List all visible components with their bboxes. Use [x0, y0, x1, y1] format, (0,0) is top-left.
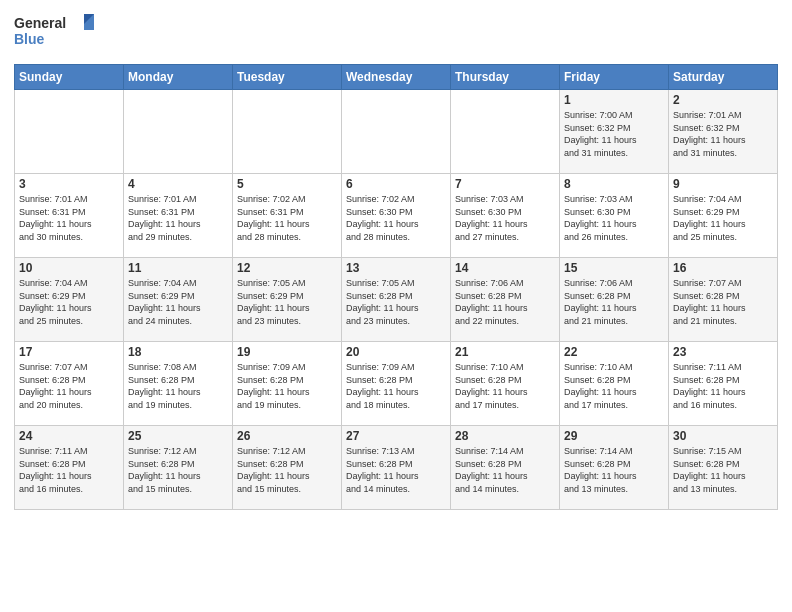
svg-text:General: General [14, 15, 66, 31]
day-info: Sunrise: 7:12 AM Sunset: 6:28 PM Dayligh… [128, 445, 228, 495]
day-number: 30 [673, 429, 773, 443]
day-number: 14 [455, 261, 555, 275]
day-number: 5 [237, 177, 337, 191]
day-cell: 7Sunrise: 7:03 AM Sunset: 6:30 PM Daylig… [451, 174, 560, 258]
day-cell: 26Sunrise: 7:12 AM Sunset: 6:28 PM Dayli… [233, 426, 342, 510]
day-cell: 25Sunrise: 7:12 AM Sunset: 6:28 PM Dayli… [124, 426, 233, 510]
day-number: 15 [564, 261, 664, 275]
day-info: Sunrise: 7:01 AM Sunset: 6:32 PM Dayligh… [673, 109, 773, 159]
day-info: Sunrise: 7:11 AM Sunset: 6:28 PM Dayligh… [19, 445, 119, 495]
day-info: Sunrise: 7:07 AM Sunset: 6:28 PM Dayligh… [673, 277, 773, 327]
day-number: 7 [455, 177, 555, 191]
day-number: 25 [128, 429, 228, 443]
day-number: 18 [128, 345, 228, 359]
week-row-4: 17Sunrise: 7:07 AM Sunset: 6:28 PM Dayli… [15, 342, 778, 426]
day-cell: 23Sunrise: 7:11 AM Sunset: 6:28 PM Dayli… [669, 342, 778, 426]
header: General Blue [14, 10, 778, 58]
day-number: 11 [128, 261, 228, 275]
day-info: Sunrise: 7:02 AM Sunset: 6:30 PM Dayligh… [346, 193, 446, 243]
weekday-header-saturday: Saturday [669, 65, 778, 90]
day-cell: 5Sunrise: 7:02 AM Sunset: 6:31 PM Daylig… [233, 174, 342, 258]
day-cell: 24Sunrise: 7:11 AM Sunset: 6:28 PM Dayli… [15, 426, 124, 510]
day-info: Sunrise: 7:10 AM Sunset: 6:28 PM Dayligh… [564, 361, 664, 411]
day-cell: 12Sunrise: 7:05 AM Sunset: 6:29 PM Dayli… [233, 258, 342, 342]
day-number: 29 [564, 429, 664, 443]
day-info: Sunrise: 7:12 AM Sunset: 6:28 PM Dayligh… [237, 445, 337, 495]
day-cell: 15Sunrise: 7:06 AM Sunset: 6:28 PM Dayli… [560, 258, 669, 342]
day-info: Sunrise: 7:07 AM Sunset: 6:28 PM Dayligh… [19, 361, 119, 411]
day-info: Sunrise: 7:03 AM Sunset: 6:30 PM Dayligh… [455, 193, 555, 243]
day-number: 20 [346, 345, 446, 359]
day-cell: 22Sunrise: 7:10 AM Sunset: 6:28 PM Dayli… [560, 342, 669, 426]
weekday-row: SundayMondayTuesdayWednesdayThursdayFrid… [15, 65, 778, 90]
day-cell: 28Sunrise: 7:14 AM Sunset: 6:28 PM Dayli… [451, 426, 560, 510]
day-number: 28 [455, 429, 555, 443]
day-info: Sunrise: 7:15 AM Sunset: 6:28 PM Dayligh… [673, 445, 773, 495]
day-number: 16 [673, 261, 773, 275]
weekday-header-wednesday: Wednesday [342, 65, 451, 90]
day-info: Sunrise: 7:03 AM Sunset: 6:30 PM Dayligh… [564, 193, 664, 243]
day-number: 12 [237, 261, 337, 275]
day-number: 23 [673, 345, 773, 359]
day-number: 3 [19, 177, 119, 191]
weekday-header-tuesday: Tuesday [233, 65, 342, 90]
day-info: Sunrise: 7:13 AM Sunset: 6:28 PM Dayligh… [346, 445, 446, 495]
day-info: Sunrise: 7:04 AM Sunset: 6:29 PM Dayligh… [128, 277, 228, 327]
day-number: 21 [455, 345, 555, 359]
day-cell: 27Sunrise: 7:13 AM Sunset: 6:28 PM Dayli… [342, 426, 451, 510]
day-cell [342, 90, 451, 174]
week-row-2: 3Sunrise: 7:01 AM Sunset: 6:31 PM Daylig… [15, 174, 778, 258]
day-cell: 18Sunrise: 7:08 AM Sunset: 6:28 PM Dayli… [124, 342, 233, 426]
day-info: Sunrise: 7:01 AM Sunset: 6:31 PM Dayligh… [19, 193, 119, 243]
day-cell: 4Sunrise: 7:01 AM Sunset: 6:31 PM Daylig… [124, 174, 233, 258]
day-info: Sunrise: 7:05 AM Sunset: 6:29 PM Dayligh… [237, 277, 337, 327]
day-info: Sunrise: 7:05 AM Sunset: 6:28 PM Dayligh… [346, 277, 446, 327]
day-number: 13 [346, 261, 446, 275]
day-info: Sunrise: 7:02 AM Sunset: 6:31 PM Dayligh… [237, 193, 337, 243]
svg-text:Blue: Blue [14, 31, 45, 47]
logo: General Blue [14, 10, 94, 58]
day-info: Sunrise: 7:06 AM Sunset: 6:28 PM Dayligh… [564, 277, 664, 327]
day-number: 19 [237, 345, 337, 359]
day-info: Sunrise: 7:14 AM Sunset: 6:28 PM Dayligh… [455, 445, 555, 495]
day-info: Sunrise: 7:00 AM Sunset: 6:32 PM Dayligh… [564, 109, 664, 159]
day-cell: 17Sunrise: 7:07 AM Sunset: 6:28 PM Dayli… [15, 342, 124, 426]
day-number: 1 [564, 93, 664, 107]
day-number: 26 [237, 429, 337, 443]
day-cell: 2Sunrise: 7:01 AM Sunset: 6:32 PM Daylig… [669, 90, 778, 174]
day-cell: 19Sunrise: 7:09 AM Sunset: 6:28 PM Dayli… [233, 342, 342, 426]
calendar-table: SundayMondayTuesdayWednesdayThursdayFrid… [14, 64, 778, 510]
weekday-header-friday: Friday [560, 65, 669, 90]
calendar-header: SundayMondayTuesdayWednesdayThursdayFrid… [15, 65, 778, 90]
day-number: 27 [346, 429, 446, 443]
week-row-5: 24Sunrise: 7:11 AM Sunset: 6:28 PM Dayli… [15, 426, 778, 510]
day-cell: 13Sunrise: 7:05 AM Sunset: 6:28 PM Dayli… [342, 258, 451, 342]
day-number: 8 [564, 177, 664, 191]
day-number: 17 [19, 345, 119, 359]
day-info: Sunrise: 7:04 AM Sunset: 6:29 PM Dayligh… [19, 277, 119, 327]
day-info: Sunrise: 7:06 AM Sunset: 6:28 PM Dayligh… [455, 277, 555, 327]
weekday-header-thursday: Thursday [451, 65, 560, 90]
day-cell: 29Sunrise: 7:14 AM Sunset: 6:28 PM Dayli… [560, 426, 669, 510]
day-number: 24 [19, 429, 119, 443]
day-number: 10 [19, 261, 119, 275]
day-cell [124, 90, 233, 174]
day-cell: 16Sunrise: 7:07 AM Sunset: 6:28 PM Dayli… [669, 258, 778, 342]
day-cell: 10Sunrise: 7:04 AM Sunset: 6:29 PM Dayli… [15, 258, 124, 342]
day-number: 22 [564, 345, 664, 359]
day-info: Sunrise: 7:10 AM Sunset: 6:28 PM Dayligh… [455, 361, 555, 411]
day-number: 6 [346, 177, 446, 191]
day-info: Sunrise: 7:01 AM Sunset: 6:31 PM Dayligh… [128, 193, 228, 243]
day-info: Sunrise: 7:14 AM Sunset: 6:28 PM Dayligh… [564, 445, 664, 495]
page: General Blue SundayMondayTuesdayWednesda… [0, 0, 792, 612]
day-number: 2 [673, 93, 773, 107]
day-cell: 14Sunrise: 7:06 AM Sunset: 6:28 PM Dayli… [451, 258, 560, 342]
day-cell: 11Sunrise: 7:04 AM Sunset: 6:29 PM Dayli… [124, 258, 233, 342]
day-cell: 6Sunrise: 7:02 AM Sunset: 6:30 PM Daylig… [342, 174, 451, 258]
day-cell: 30Sunrise: 7:15 AM Sunset: 6:28 PM Dayli… [669, 426, 778, 510]
day-cell [451, 90, 560, 174]
day-cell [15, 90, 124, 174]
day-cell: 9Sunrise: 7:04 AM Sunset: 6:29 PM Daylig… [669, 174, 778, 258]
weekday-header-monday: Monday [124, 65, 233, 90]
day-cell: 1Sunrise: 7:00 AM Sunset: 6:32 PM Daylig… [560, 90, 669, 174]
